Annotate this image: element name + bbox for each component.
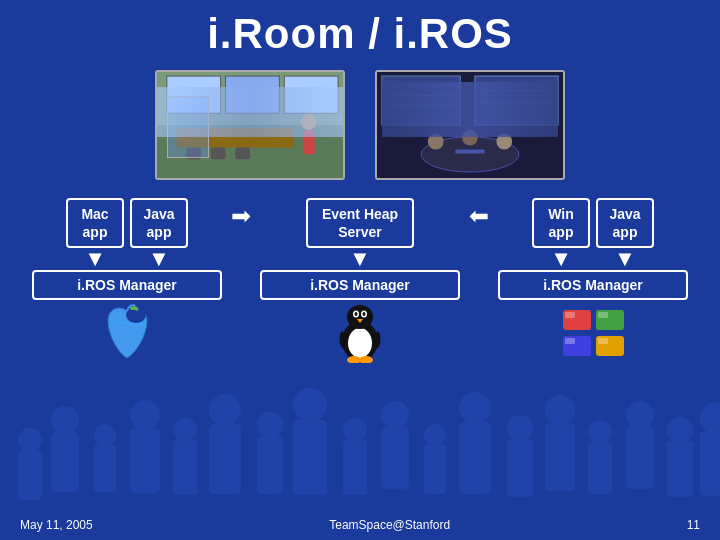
svg-rect-39 [226,76,280,113]
apple-logo [87,300,167,365]
win-app-box: Winapp [532,198,590,248]
java-app-left-box: Javaapp [130,198,188,248]
svg-rect-53 [475,76,558,125]
photo-conference-room-left [155,70,345,180]
svg-rect-36 [157,71,343,179]
svg-rect-75 [565,312,575,318]
svg-point-68 [363,312,366,316]
svg-rect-78 [598,338,608,344]
linux-logo-block [260,300,460,365]
left-iros-manager: i.ROS Manager [32,270,222,300]
photo-left-svg [157,70,343,180]
mac-app-box: Macapp [66,198,124,248]
win-app-down-arrow: ▼ [550,248,572,270]
mac-app-down-arrow: ▼ [84,248,106,270]
svg-rect-44 [186,148,201,160]
managers-row: i.ROS Manager i.ROS Manager i.ROS Manage… [20,270,700,300]
java-app-right-box: Javaapp [596,198,654,248]
diagram-section: Macapp Javaapp ➡ Event HeapServer ➡ Wina… [20,198,700,365]
arrow-left-to-center: ➡ [226,202,256,245]
center-manager-block: i.ROS Manager [260,270,460,300]
left-down-arrows: ▼ ▼ [32,248,222,270]
center-iros-manager: i.ROS Manager [260,270,460,300]
java-left-down-arrow: ▼ [148,248,170,270]
svg-point-67 [355,312,358,316]
photo-conference-room-right [375,70,565,180]
center-block: Event HeapServer [260,198,460,248]
tux-penguin-svg [336,303,384,363]
windows-logo-block [498,300,688,365]
svg-rect-60 [455,149,484,153]
svg-rect-77 [565,338,575,344]
svg-point-64 [347,305,373,329]
event-heap-down-arrow: ▼ [349,248,371,270]
svg-point-59 [496,134,512,150]
photos-row [155,70,565,180]
windows-logo-svg [561,308,626,358]
right-iros-manager: i.ROS Manager [498,270,688,300]
svg-rect-41 [177,128,294,148]
svg-rect-46 [235,148,250,160]
center-down-arrow: ▼ [260,248,460,270]
right-down-arrows: ▼ ▼ [498,248,688,270]
svg-rect-49 [382,76,460,125]
apple-logo-block [32,300,222,365]
java-right-down-arrow: ▼ [614,248,636,270]
svg-rect-45 [211,148,226,160]
svg-rect-43 [303,130,315,154]
svg-rect-40 [284,76,338,113]
apple-logo-svg [100,303,155,363]
svg-point-42 [301,114,317,130]
logos-row [20,300,700,365]
svg-rect-38 [167,76,221,113]
down-arrows-row: ▼ ▼ ▼ ▼ ▼ [20,248,700,270]
left-apps-block: Macapp Javaapp [32,198,222,248]
svg-rect-76 [598,312,608,318]
svg-point-57 [428,134,444,150]
right-apps-block: Winapp Javaapp [498,198,688,248]
svg-point-58 [462,130,478,146]
right-manager-block: i.ROS Manager [498,270,688,300]
windows-logo [553,300,633,365]
svg-point-63 [348,328,372,358]
right-dual-apps: Winapp Javaapp [532,198,654,248]
event-heap-server-box: Event HeapServer [306,198,414,248]
left-dual-apps: Macapp Javaapp [66,198,188,248]
arrow-center-to-right: ➡ [464,202,494,245]
svg-rect-48 [382,76,460,125]
slide-content: i.Room / i.ROS [0,0,720,540]
slide-title: i.Room / i.ROS [207,10,513,58]
left-manager-block: i.ROS Manager [32,270,222,300]
photo-right-svg [377,70,563,180]
boxes-row: Macapp Javaapp ➡ Event HeapServer ➡ Wina… [20,198,700,248]
tux-penguin-logo [320,300,400,365]
